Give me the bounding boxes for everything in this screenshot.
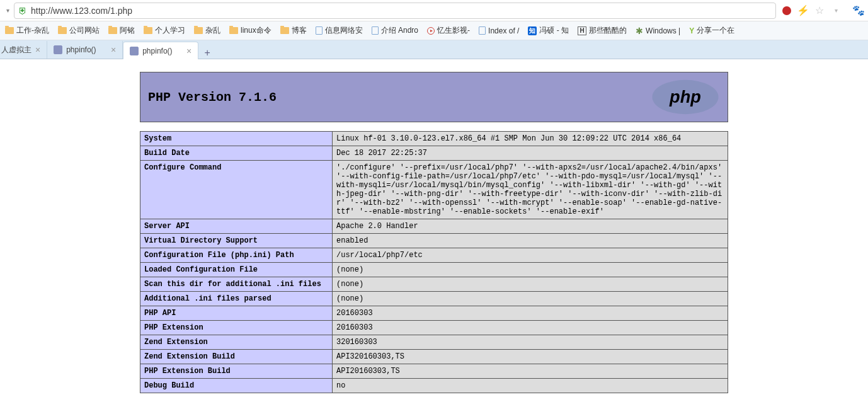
shield-icon[interactable]: ⛨ [18, 6, 27, 16]
bookmark-label: 那些酷酷的 [589, 25, 627, 36]
table-row: Loaded Configuration File(none) [140, 263, 728, 277]
play-icon [427, 27, 435, 35]
folder-icon [280, 27, 289, 34]
tab-title: phpinfo() [142, 47, 183, 55]
bookmark-label: 杂乱 [205, 25, 220, 36]
info-key: Additional .ini files parsed [140, 292, 333, 306]
info-key: Build Date [140, 146, 333, 161]
info-key: PHP Extension Build [140, 364, 333, 379]
bookmark-label: 工作-杂乱 [16, 25, 49, 36]
bookmark-label: 冯硕 - 知 [539, 25, 569, 36]
php-logo-icon: php [651, 79, 720, 115]
php-favicon-icon [54, 45, 62, 54]
bookmark-label: 公司网站 [69, 25, 100, 36]
bolt-icon[interactable]: ⚡ [797, 5, 809, 16]
info-value: (none) [333, 263, 728, 277]
tab[interactable]: 人虚拟主× [0, 41, 47, 59]
bookmark-item[interactable]: 忆生影视- [427, 25, 470, 36]
table-row: Additional .ini files parsed(none) [140, 292, 728, 306]
addr-right-controls: ⚡ ☆ ▾ 🐾 [781, 5, 864, 16]
table-row: PHP API20160303 [140, 306, 728, 321]
url-input[interactable] [31, 6, 772, 16]
new-tab-button[interactable]: + [198, 47, 216, 59]
table-row: Build DateDec 18 2017 22:25:37 [140, 146, 728, 161]
chevron-down-icon[interactable]: ▾ [830, 5, 842, 16]
bookmark-item[interactable]: 信息网络安 [316, 25, 363, 36]
info-value: Apache 2.0 Handler [333, 219, 728, 234]
close-icon[interactable]: × [35, 45, 40, 54]
info-key: System [140, 132, 333, 146]
bookmark-item[interactable]: Y分享一个在 [689, 25, 734, 36]
bookmark-item[interactable]: 阿铭 [108, 25, 135, 36]
tab-title: 人虚拟主 [1, 45, 31, 55]
tab[interactable]: phpinfo()× [123, 42, 198, 59]
info-key: Server API [140, 219, 333, 234]
info-key: Virtual Directory Support [140, 234, 333, 248]
info-key: Zend Extension Build [140, 350, 333, 364]
addr-dropdown-icon[interactable]: ▾ [4, 7, 11, 14]
bookmark-label: 忆生影视- [437, 25, 470, 36]
bookmark-item[interactable]: 知冯硕 - 知 [528, 25, 569, 36]
table-row: Zend Extension320160303 [140, 335, 728, 350]
table-row: Zend Extension BuildAPI320160303,TS [140, 350, 728, 364]
tab-title: phpinfo() [66, 45, 107, 54]
info-key: Zend Extension [140, 335, 333, 350]
bookmark-item[interactable]: linux命令 [229, 25, 271, 36]
bookmark-label: 阿铭 [120, 25, 135, 36]
info-value: Dec 18 2017 22:25:37 [333, 146, 728, 161]
svg-text:php: php [669, 87, 701, 106]
folder-icon [5, 27, 14, 34]
bookmark-item[interactable]: 工作-杂乱 [5, 25, 49, 36]
table-row: Debug Buildno [140, 379, 728, 393]
phpinfo-table: SystemLinux hf-01 3.10.0-123.el7.x86_64 … [140, 131, 728, 393]
table-row: Configure Command'./configure' '--prefix… [140, 161, 728, 219]
info-value: no [333, 379, 728, 393]
info-value: /usr/local/php7/etc [333, 248, 728, 263]
bookmark-item[interactable]: 杂乱 [194, 25, 220, 36]
info-value: Linux hf-01 3.10.0-123.el7.x86_64 #1 SMP… [333, 132, 728, 146]
star-icon[interactable]: ☆ [814, 5, 825, 16]
y-icon: Y [689, 26, 694, 35]
bookmark-item[interactable]: H那些酷酷的 [578, 25, 627, 36]
bookmark-item[interactable]: ✱Windows | [636, 26, 680, 36]
folder-icon [194, 27, 203, 34]
page-icon [316, 26, 323, 35]
info-value: (none) [333, 277, 728, 292]
gear-icon: ✱ [636, 26, 643, 36]
info-key: Configuration File (php.ini) Path [140, 248, 333, 263]
bookmark-item[interactable]: Index of / [479, 26, 519, 35]
bookmark-label: 介绍 Andro [381, 25, 418, 36]
bookmark-label: linux命令 [241, 25, 271, 36]
tab[interactable]: phpinfo()× [47, 41, 123, 59]
address-bar: ▾ ⛨ ⚡ ☆ ▾ 🐾 [0, 0, 868, 21]
info-key: PHP Extension [140, 321, 333, 335]
info-key: Debug Build [140, 379, 333, 393]
bookmark-label: 博客 [292, 25, 307, 36]
bookmark-item[interactable]: 公司网站 [58, 25, 100, 36]
bookmark-item[interactable]: 个人学习 [144, 25, 185, 36]
paw-icon[interactable]: 🐾 [853, 5, 864, 16]
bookmark-item[interactable]: 介绍 Andro [372, 25, 418, 36]
h-icon: H [578, 26, 586, 35]
info-value: 20160303 [333, 306, 728, 321]
close-icon[interactable]: × [186, 47, 191, 55]
phpinfo-container: PHP Version 7.1.6 php SystemLinux hf-01 … [140, 72, 728, 393]
bookmark-label: 分享一个在 [697, 25, 734, 36]
table-row: Server APIApache 2.0 Handler [140, 219, 728, 234]
info-value: API320160303,TS [333, 350, 728, 364]
page-icon [372, 26, 379, 35]
bookmark-item[interactable]: 博客 [280, 25, 307, 36]
folder-icon [144, 27, 152, 34]
blocker-icon[interactable] [781, 5, 792, 16]
bookmarks-bar: 工作-杂乱公司网站阿铭个人学习杂乱linux命令博客信息网络安介绍 Andro忆… [0, 21, 868, 40]
zhihu-icon: 知 [528, 26, 537, 35]
info-key: Loaded Configuration File [140, 263, 333, 277]
page-title: PHP Version 7.1.6 [148, 90, 277, 105]
table-row: Configuration File (php.ini) Path/usr/lo… [140, 248, 728, 263]
table-row: Virtual Directory Supportenabled [140, 234, 728, 248]
info-key: Scan this dir for additional .ini files [140, 277, 333, 292]
table-row: Scan this dir for additional .ini files(… [140, 277, 728, 292]
page-content: PHP Version 7.1.6 php SystemLinux hf-01 … [0, 59, 868, 393]
close-icon[interactable]: × [111, 45, 116, 54]
bookmark-label: Windows | [646, 26, 680, 35]
